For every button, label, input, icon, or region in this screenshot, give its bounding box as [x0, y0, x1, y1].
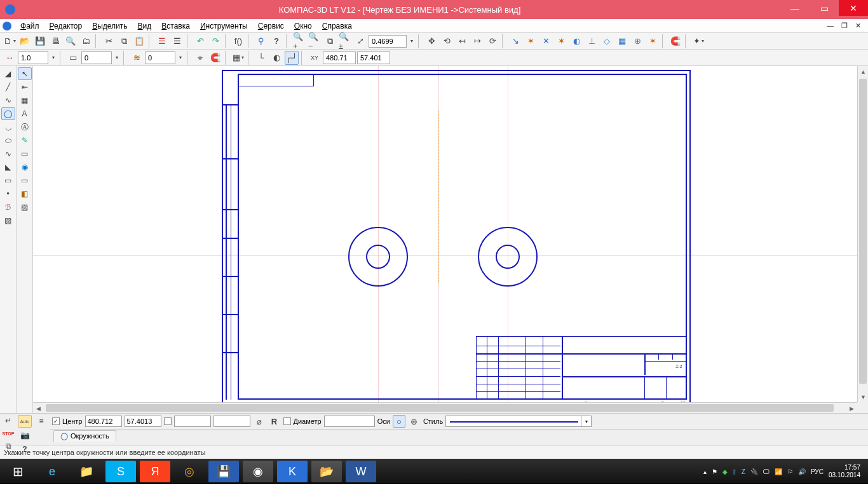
tray-bt-icon[interactable]: ᛒ	[733, 468, 736, 475]
tray-clock[interactable]: 17:57 03.10.2014	[829, 464, 860, 479]
snap-center-icon[interactable]: ✕	[539, 34, 553, 48]
geometry-panel-icon[interactable]: ◢	[1, 67, 15, 80]
text-tool-icon[interactable]: ℬ	[1, 201, 15, 214]
list-icon[interactable]: ☰	[170, 34, 184, 48]
extra-mode-icon[interactable]: ✦▾	[691, 34, 705, 48]
props-icon[interactable]: ☰	[155, 34, 169, 48]
help-cursor-icon[interactable]: ?	[269, 34, 283, 48]
taskbar-aimp-icon[interactable]: ◎	[174, 461, 205, 482]
ellipse-tool-icon[interactable]: ⬭	[1, 134, 15, 147]
designation-panel-icon[interactable]: ▦	[18, 94, 32, 107]
text-panel-icon[interactable]: A	[18, 107, 32, 120]
vars-icon[interactable]: ⚲	[254, 34, 268, 48]
prop-extra-icon[interactable]: ≡	[34, 415, 48, 428]
redraw-icon[interactable]: ⟳	[485, 34, 499, 48]
layers-icon[interactable]: ≋	[130, 51, 144, 65]
round-icon[interactable]: ◐	[269, 51, 283, 65]
prop-stop-icon[interactable]: STOP	[1, 428, 15, 439]
manager-icon[interactable]: 🗂	[79, 34, 93, 48]
orbit-icon[interactable]: ⟲	[440, 34, 454, 48]
zoom-window-icon[interactable]: ⧉	[323, 34, 337, 48]
save-icon[interactable]: 💾	[33, 34, 47, 48]
minimize-button[interactable]: —	[780, 0, 810, 16]
snap-end-icon[interactable]: ↘	[508, 34, 522, 48]
prop-auto-icon[interactable]: Auto	[18, 415, 32, 428]
menu-service[interactable]: Сервис	[253, 20, 289, 32]
start-button[interactable]: ⊞	[3, 461, 33, 482]
undo-icon[interactable]: ↶	[193, 34, 207, 48]
tray-app1-icon[interactable]: ◆	[722, 468, 728, 475]
menu-window[interactable]: Окно	[289, 20, 317, 32]
point-tool-icon[interactable]: •	[1, 187, 15, 200]
point-y-input[interactable]	[214, 416, 250, 427]
point-lock-check[interactable]	[164, 417, 172, 425]
line-style-combo[interactable]: ▾	[445, 416, 592, 427]
snap-intersect-icon[interactable]: ✶	[554, 34, 568, 48]
tray-action-icon[interactable]: ⚐	[787, 468, 793, 475]
menu-view[interactable]: Вид	[133, 20, 157, 32]
scroll-thumb-h[interactable]	[46, 404, 834, 412]
menu-select[interactable]: Выделить	[87, 20, 132, 32]
library-icon[interactable]: f()	[231, 34, 245, 48]
taskbar-chrome-icon[interactable]: ◉	[243, 461, 273, 482]
pan-icon[interactable]: ✥	[424, 34, 438, 48]
snap-tangent-icon[interactable]: ◐	[569, 34, 583, 48]
tray-flag-icon[interactable]: ⚑	[712, 468, 717, 475]
close-button[interactable]: ✕	[839, 0, 868, 16]
snap-mid-icon[interactable]: ✶	[524, 34, 538, 48]
taskbar-ie-icon[interactable]: e	[37, 461, 67, 482]
snap-toggle-icon[interactable]: 🧲	[668, 34, 682, 48]
grid-icon[interactable]: ▦▾	[231, 51, 245, 65]
cut-icon[interactable]: ✂	[102, 34, 116, 48]
coord-y-input[interactable]	[357, 51, 390, 64]
tray-volume-icon[interactable]: 🔊	[798, 468, 806, 475]
print-icon[interactable]: 🖶	[48, 34, 62, 48]
snap-axis-icon[interactable]: ⊕	[630, 34, 644, 48]
polyline-icon[interactable]: ∿	[1, 94, 15, 107]
taskbar-kompas-icon[interactable]: K	[277, 461, 308, 482]
point-x-input[interactable]	[174, 416, 211, 427]
diameter-input[interactable]	[324, 416, 375, 427]
mdi-close-button[interactable]: ✕	[852, 21, 864, 30]
menu-editor[interactable]: Редактор	[44, 20, 88, 32]
prev-view-icon[interactable]: ↤	[455, 34, 469, 48]
ortho-off-icon[interactable]: ●	[193, 51, 207, 65]
menu-help[interactable]: Справка	[317, 20, 357, 32]
taskbar-folder-icon[interactable]: 📂	[311, 461, 342, 482]
drawing-canvas[interactable]: 1:1 Копировал Формат A3 ▲ ▼ ◀ ▶	[33, 66, 868, 413]
open-icon[interactable]: 📂	[18, 34, 32, 48]
views-panel-icon[interactable]: ▨	[18, 201, 32, 214]
taskbar-save-icon[interactable]: 💾	[208, 461, 239, 482]
chamfer-tool-icon[interactable]: ◣	[1, 161, 15, 173]
taskbar-word-icon[interactable]: W	[346, 461, 376, 482]
params-panel-icon[interactable]: ▭	[18, 147, 32, 160]
tray-lang[interactable]: РУС	[811, 468, 824, 475]
view-index-input[interactable]	[81, 51, 112, 64]
mdi-minimize-button[interactable]: —	[824, 21, 837, 30]
tray-show-hidden-icon[interactable]: ▴	[703, 468, 707, 475]
taskbar-explorer-icon[interactable]: 📁	[71, 461, 102, 482]
measure-panel-icon[interactable]: ◉	[18, 161, 32, 173]
step-input[interactable]	[18, 51, 48, 64]
sel-panel-icon[interactable]: ▭	[18, 174, 32, 187]
menu-insert[interactable]: Вставка	[156, 20, 195, 32]
new-icon[interactable]: 🗋▾	[3, 34, 17, 48]
ortho-icon[interactable]: └	[254, 51, 268, 65]
xy-icon[interactable]: XY	[308, 51, 322, 65]
zoom-dyn-icon[interactable]: 🔍±	[338, 34, 352, 48]
text-panel2-icon[interactable]: Ⓐ	[18, 121, 32, 133]
spline-tool-icon[interactable]: ∿	[1, 147, 15, 160]
assembly-panel-icon[interactable]: ◧	[18, 187, 32, 200]
tray-network-icon[interactable]: 📶	[775, 468, 782, 475]
axes-off-icon[interactable]: ○	[393, 415, 405, 428]
center-lock-check[interactable]: ✓	[52, 417, 60, 425]
copy-icon[interactable]: ⧉	[117, 34, 131, 48]
scroll-thumb-v[interactable]	[859, 79, 867, 384]
preview-icon[interactable]: 🔍	[64, 34, 78, 48]
zoom-value-input[interactable]	[369, 35, 407, 48]
tray-power-icon[interactable]: 🔌	[750, 468, 758, 475]
snap-on-icon[interactable]: 🧲	[208, 51, 222, 65]
snap-align-icon[interactable]: ✶	[646, 34, 660, 48]
mdi-restore-button[interactable]: ❐	[838, 21, 851, 30]
menu-tools[interactable]: Инструменты	[195, 20, 253, 32]
